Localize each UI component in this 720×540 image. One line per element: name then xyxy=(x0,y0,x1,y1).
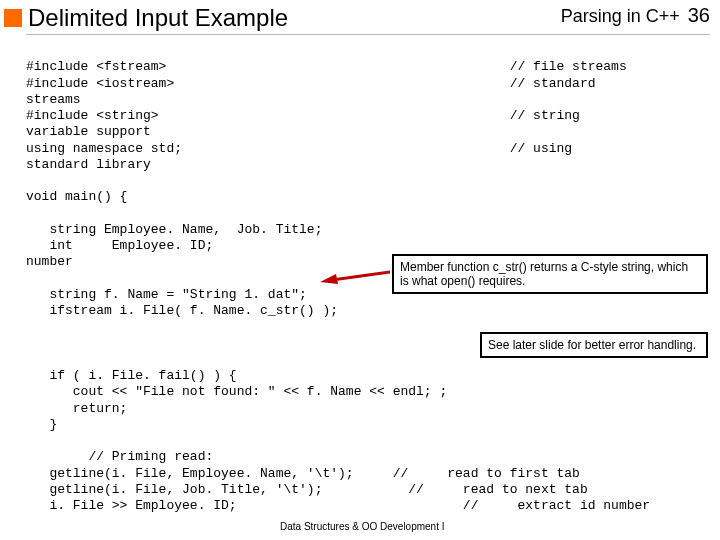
code-line: string f. Name = "String 1. dat"; xyxy=(26,287,307,302)
code-line: if ( i. File. fail() ) { xyxy=(26,368,237,383)
code-line: #include <iostream> // standard xyxy=(26,76,596,91)
code-line: number xyxy=(26,254,73,269)
code-line: cout << "File not found: " << f. Name <<… xyxy=(26,384,447,399)
code-line: #include <fstream> // file streams xyxy=(26,59,627,74)
slide-subtitle: Parsing in C++ xyxy=(561,6,680,27)
code-line: ifstream i. File( f. Name. c_str() ); xyxy=(26,303,338,318)
code-line: streams xyxy=(26,92,81,107)
header-right: Parsing in C++ 36 xyxy=(561,4,710,27)
code-line: using namespace std; // using xyxy=(26,141,572,156)
slide-header: Delimited Input Example Parsing in C++ 3… xyxy=(0,0,720,34)
callout-cstr: Member function c_str() returns a C-styl… xyxy=(392,254,708,294)
code-line: // Priming read: xyxy=(26,449,213,464)
bullet-square-icon xyxy=(4,9,22,27)
code-line: #include <string> // string xyxy=(26,108,580,123)
divider xyxy=(26,34,710,35)
title-block: Delimited Input Example xyxy=(4,4,288,32)
code-line: int Employee. ID; xyxy=(26,238,213,253)
page-number: 36 xyxy=(688,4,710,27)
arrow-icon xyxy=(320,266,390,286)
code-line: i. File >> Employee. ID; // extract id n… xyxy=(26,498,650,513)
svg-line-0 xyxy=(332,272,390,280)
code-line: void main() { xyxy=(26,189,127,204)
svg-marker-1 xyxy=(320,274,338,284)
code-line: getline(i. File, Job. Title, '\t'); // r… xyxy=(26,482,588,497)
code-line: string Employee. Name, Job. Title; xyxy=(26,222,322,237)
code-line: variable support xyxy=(26,124,151,139)
callout-error-handling: See later slide for better error handlin… xyxy=(480,332,708,358)
callout-text: Member function c_str() returns a C-styl… xyxy=(400,260,688,288)
code-line: standard library xyxy=(26,157,151,172)
code-line: } xyxy=(26,417,57,432)
code-line: getline(i. File, Employee. Name, '\t'); … xyxy=(26,466,580,481)
footer-text: Data Structures & OO Development I xyxy=(280,521,445,532)
slide-title: Delimited Input Example xyxy=(28,4,288,32)
code-line: return; xyxy=(26,401,127,416)
callout-text: See later slide for better error handlin… xyxy=(488,338,696,352)
